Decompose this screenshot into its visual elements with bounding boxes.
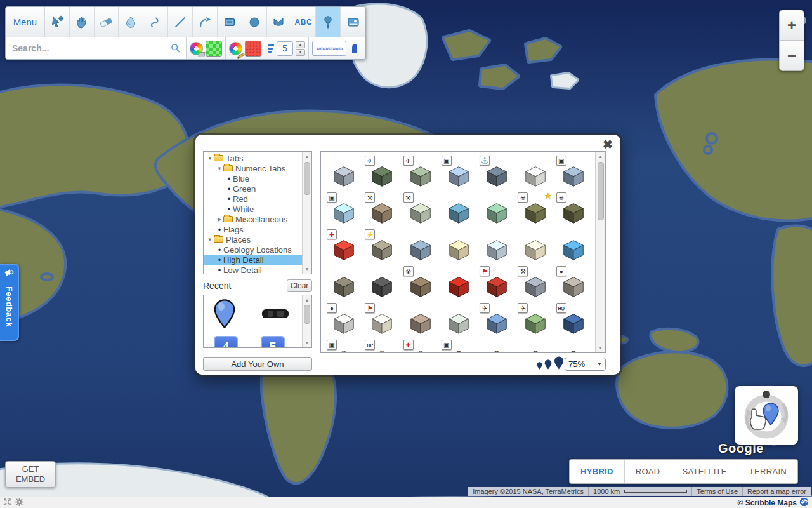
feedback-tab[interactable]: Feedback <box>0 264 19 341</box>
scroll-down-icon[interactable]: ▼ <box>596 344 605 352</box>
tree-item-flags[interactable]: •Flags <box>204 224 302 234</box>
marker-icon-signed-warehouse[interactable]: ▣ <box>325 341 363 353</box>
rotation-handle-dot[interactable] <box>763 391 770 398</box>
terms-of-use-link[interactable]: Terms of Use <box>691 487 742 496</box>
gear-icon[interactable] <box>15 497 23 508</box>
marker-icon-fire-station[interactable]: ⚑ <box>478 267 516 304</box>
marker-icon-storage-tanks[interactable]: ● <box>325 304 363 341</box>
marker-icon-hp-lodge[interactable]: HP <box>363 341 401 353</box>
tree-item-places[interactable]: ▼Places <box>204 234 302 244</box>
tool-paint-fill[interactable] <box>119 7 143 37</box>
tool-curved-route[interactable] <box>193 7 218 37</box>
marker-icon-storefront[interactable] <box>478 231 516 267</box>
tree-item-high-detail[interactable]: •High Detail <box>204 255 302 265</box>
line-color-wheel-icon[interactable] <box>229 42 242 55</box>
marker-icon-dam-wall[interactable] <box>516 231 554 267</box>
tree-item-white[interactable]: •White <box>204 204 302 214</box>
search-input[interactable] <box>6 37 186 59</box>
recent-item-numeric-tab-5[interactable]: 5 <box>261 336 285 348</box>
marker-icon-hazard-tower-starred[interactable]: ☣★ <box>516 194 554 231</box>
marker-icon-aircraft-carrier[interactable] <box>325 157 363 194</box>
marker-icon-greenhouse-frame[interactable] <box>440 304 478 341</box>
marker-icon-dam-water[interactable] <box>554 231 593 267</box>
scribble-maps-copyright[interactable]: © Scribble Maps <box>737 497 809 508</box>
tool-pan-hand[interactable] <box>70 7 95 37</box>
marker-icon-hangar-green[interactable]: ✈ <box>516 304 554 341</box>
marker-icon-hospital[interactable]: ✚ <box>325 231 363 267</box>
line-width-input[interactable] <box>277 41 293 56</box>
marker-icon-clinic-lodge[interactable]: ✚ <box>402 341 440 353</box>
tree-item-tabs[interactable]: ▼Tabs <box>204 153 302 163</box>
tree-item-numeric-tabs[interactable]: ▼Numeric Tabs <box>204 163 302 173</box>
scroll-up-icon[interactable]: ▲ <box>303 152 311 161</box>
marker-icon-cabin-c[interactable] <box>554 341 593 353</box>
tool-polygon[interactable] <box>267 7 292 37</box>
tool-select-move[interactable] <box>45 7 70 37</box>
fill-color-swatch[interactable] <box>206 41 222 57</box>
tree-toggle-icon[interactable]: ▼ <box>206 237 214 243</box>
marker-icon-construction-site[interactable]: ⚒ <box>402 194 440 231</box>
marker-size-large-icon[interactable] <box>554 356 564 372</box>
marker-size-medium-icon[interactable] <box>544 359 552 372</box>
tree-item-miscellaneous[interactable]: ▶Miscellaneous <box>204 214 302 224</box>
marker-icon-derrick-tower[interactable] <box>363 267 401 304</box>
tree-scrollbar[interactable]: ▲ ▼ <box>302 152 311 274</box>
tool-ellipse[interactable] <box>242 7 267 37</box>
grid-scrollbar[interactable]: ▲ ▼ <box>595 152 605 352</box>
zoom-in-button[interactable]: + <box>780 10 804 41</box>
maptype-hybrid[interactable]: HYBRID <box>570 460 625 483</box>
marker-zoom-dropdown[interactable]: 75% ▼ <box>565 358 606 371</box>
zoom-out-button[interactable]: − <box>780 41 804 71</box>
width-up-button[interactable]: ▲ <box>296 41 305 48</box>
tree-item-green[interactable]: •Green <box>204 184 302 194</box>
tree-toggle-icon[interactable]: ▼ <box>216 166 223 171</box>
maptype-road[interactable]: ROAD <box>625 460 672 483</box>
clear-recent-button[interactable]: Clear <box>287 279 312 292</box>
tool-freehand-draw[interactable] <box>143 7 168 37</box>
marker-icon-fire-hydrant[interactable] <box>440 267 478 304</box>
tool-image[interactable] <box>341 7 365 37</box>
scroll-down-icon[interactable]: ▼ <box>303 338 311 347</box>
add-your-own-button[interactable]: Add Your Own <box>203 357 312 371</box>
marker-icon-trading-post[interactable] <box>402 304 440 341</box>
marker-icon-saloon-lodge[interactable]: ▣ <box>440 341 478 353</box>
marker-icon-hq-tower[interactable]: HQ <box>554 304 593 341</box>
width-down-button[interactable]: ▼ <box>296 49 305 56</box>
recent-item-black-car[interactable] <box>261 307 290 323</box>
tree-item-blue[interactable]: •Blue <box>204 173 302 184</box>
marker-size-small-icon[interactable] <box>537 361 542 372</box>
report-map-error-link[interactable]: Report a map error <box>742 487 811 496</box>
tree-item-low-detail[interactable]: •Low Detail <box>204 265 302 274</box>
marker-icon-power-plant[interactable]: ⚡ <box>363 231 401 267</box>
marker-icon-quarry-mine[interactable] <box>325 267 363 304</box>
recent-item-numeric-tab-4[interactable]: 4 <box>214 336 238 348</box>
tool-marker[interactable] <box>316 7 341 37</box>
line-color-control[interactable] <box>226 37 265 59</box>
marker-icon-hangar-blue[interactable]: ✈ <box>478 304 516 341</box>
marker-icon-observatory[interactable]: ⚑ <box>363 304 401 341</box>
marker-icon-glass-tower-blue[interactable] <box>440 194 478 231</box>
marker-icon-airport-terminal[interactable]: ✈ <box>363 157 401 194</box>
marker-icon-cabin-a[interactable] <box>478 341 516 353</box>
tool-eraser[interactable] <box>95 7 119 37</box>
scroll-up-icon[interactable]: ▲ <box>303 296 311 304</box>
maptype-satellite[interactable]: SATELLITE <box>671 460 738 483</box>
scroll-up-icon[interactable]: ▲ <box>596 152 605 161</box>
close-icon[interactable]: ✖ <box>603 137 613 152</box>
marker-icon-small-airfield[interactable]: ✈ <box>402 157 440 194</box>
tree-item-red[interactable]: •Red <box>204 194 302 204</box>
tree-toggle-icon[interactable]: ▼ <box>206 156 214 161</box>
marker-icon-excavation-site[interactable]: ⚒ <box>363 194 401 231</box>
tool-straight-line[interactable] <box>168 7 193 37</box>
marker-rotation-preview[interactable] <box>735 386 798 444</box>
marker-icon-cabin-b[interactable] <box>516 341 554 353</box>
tree-toggle-icon[interactable]: ▶ <box>216 217 223 222</box>
scroll-down-icon[interactable]: ▼ <box>303 265 311 273</box>
marker-icon-marina-dock[interactable]: ⚓ <box>478 157 516 194</box>
marker-icon-ferry-terminal[interactable]: ▣ <box>554 157 593 194</box>
marker-icon-flat-warehouse[interactable] <box>516 157 554 194</box>
marker-icon-office-building[interactable] <box>402 231 440 267</box>
tool-rectangle[interactable] <box>218 7 242 37</box>
tool-text[interactable]: ABC <box>291 7 316 37</box>
tree-item-geology-locations[interactable]: •Geology Locations <box>204 244 302 255</box>
